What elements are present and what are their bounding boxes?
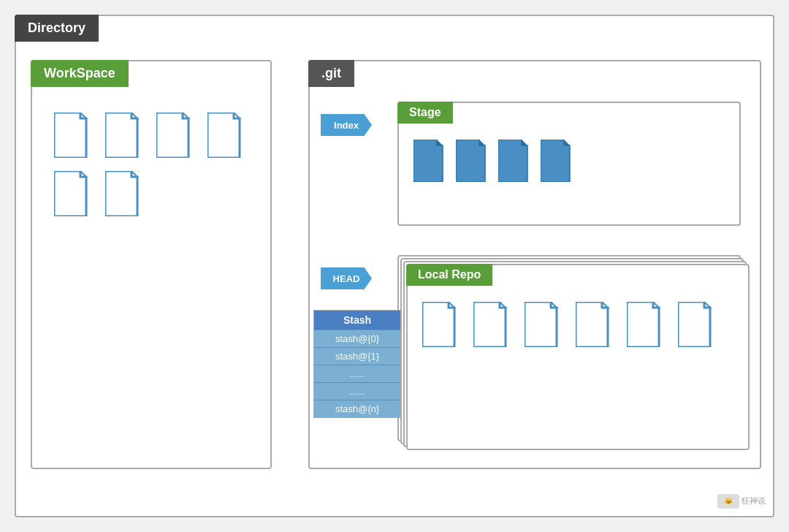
- svg-marker-0: [54, 113, 86, 158]
- svg-marker-2: [105, 113, 137, 158]
- head-arrow: HEAD: [321, 267, 372, 289]
- workspace-box: WorkSpace: [31, 60, 272, 469]
- repo-file-3: [525, 302, 563, 347]
- stash-item-dots-1: ......: [314, 365, 400, 382]
- repo-file-5: [627, 302, 665, 347]
- stage-file-4: [541, 140, 576, 182]
- repo-file-6: [678, 302, 716, 347]
- svg-marker-17: [522, 140, 527, 145]
- svg-marker-22: [473, 302, 506, 347]
- svg-marker-20: [422, 302, 454, 347]
- stash-header: Stash: [314, 311, 400, 330]
- svg-marker-4: [156, 113, 188, 158]
- stage-file-1: [413, 140, 449, 182]
- git-box: .git Index Stage: [308, 60, 761, 469]
- main-container: Directory WorkSpace: [15, 15, 774, 517]
- svg-marker-13: [437, 140, 443, 145]
- svg-marker-19: [564, 140, 570, 145]
- stage-file-2: [456, 140, 491, 182]
- watermark-text: 狂神说: [742, 496, 766, 505]
- index-arrow-container: Index: [321, 114, 372, 136]
- stash-item-1: stash@{1}: [314, 347, 400, 365]
- local-repo-stack: Local Repo: [397, 255, 748, 452]
- stage-box: Stage: [397, 102, 741, 226]
- watermark: 🐱 狂神说: [717, 494, 766, 509]
- watermark-icon: 🐱: [717, 494, 739, 509]
- svg-marker-10: [105, 171, 137, 216]
- head-arrow-container: HEAD: [321, 267, 372, 289]
- local-repo-page-1: Local Repo: [406, 264, 750, 450]
- svg-marker-16: [498, 140, 527, 182]
- svg-marker-14: [456, 140, 485, 182]
- workspace-label: WorkSpace: [31, 60, 129, 87]
- svg-marker-30: [678, 302, 710, 347]
- stash-item-0: stash@{0}: [314, 330, 400, 347]
- svg-marker-18: [541, 140, 570, 182]
- workspace-file-3: [156, 113, 194, 158]
- stash-item-dots-2: ......: [314, 382, 400, 400]
- stash-box: Stash stash@{0} stash@{1} ...... ...... …: [313, 310, 401, 418]
- workspace-file-1: [54, 113, 92, 158]
- svg-marker-12: [413, 140, 443, 182]
- local-repo-label: Local Repo: [406, 264, 492, 286]
- workspace-file-4: [207, 113, 245, 158]
- svg-marker-24: [525, 302, 557, 347]
- svg-marker-15: [479, 140, 485, 145]
- repo-file-4: [576, 302, 614, 347]
- svg-marker-6: [207, 113, 240, 158]
- stash-item-n: stash@{n}: [314, 400, 400, 417]
- repo-file-2: [473, 302, 511, 347]
- repo-file-1: [422, 302, 460, 347]
- workspace-file-5: [54, 171, 92, 216]
- index-arrow: Index: [321, 114, 372, 136]
- stage-file-3: [498, 140, 533, 182]
- workspace-file-6: [105, 171, 143, 216]
- directory-label: Directory: [15, 15, 99, 42]
- git-label: .git: [308, 60, 354, 87]
- svg-marker-28: [627, 302, 659, 347]
- workspace-file-2: [105, 113, 143, 158]
- stage-label: Stage: [397, 102, 453, 123]
- svg-marker-8: [54, 171, 86, 216]
- svg-marker-26: [576, 302, 608, 347]
